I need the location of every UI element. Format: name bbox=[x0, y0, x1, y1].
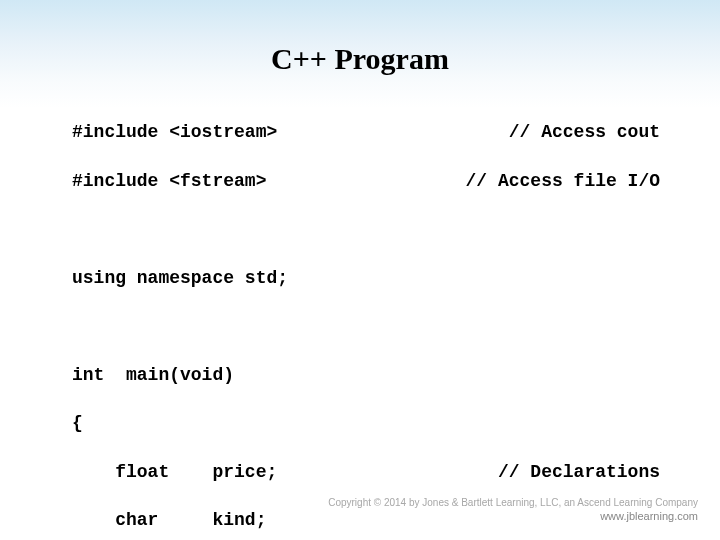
code-line-brace: { bbox=[72, 411, 660, 435]
slide-title: C++ Program bbox=[0, 0, 720, 96]
code-line-main: int main(void) bbox=[72, 363, 660, 387]
copyright-text: Copyright © 2014 by Jones & Bartlett Lea… bbox=[328, 497, 698, 508]
code-line-include-fstream: #include <fstream> bbox=[72, 169, 266, 193]
code-block: #include <iostream>// Access cout #inclu… bbox=[0, 96, 720, 540]
code-line-float-price: float price; bbox=[72, 460, 277, 484]
footer-url: www.jblearning.com bbox=[328, 510, 698, 522]
code-line-include-iostream: #include <iostream> bbox=[72, 120, 277, 144]
code-comment-fileio: // Access file I/O bbox=[466, 169, 660, 193]
code-comment-declarations: // Declarations bbox=[498, 460, 660, 484]
code-line-using-namespace: using namespace std; bbox=[72, 266, 660, 290]
code-comment-cout: // Access cout bbox=[509, 120, 660, 144]
footer: Copyright © 2014 by Jones & Bartlett Lea… bbox=[328, 497, 698, 522]
